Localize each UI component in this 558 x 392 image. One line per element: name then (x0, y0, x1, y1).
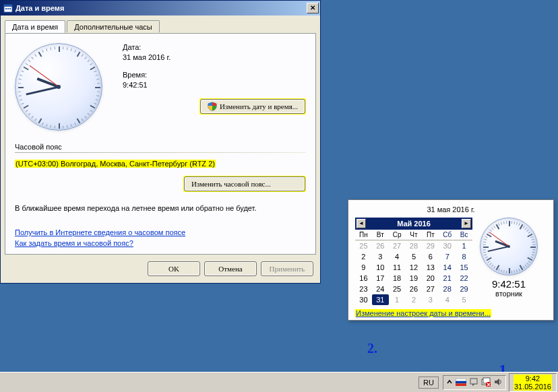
current-timezone: (UTC+03:00) Волгоград, Москва, Санкт-Пет… (15, 160, 216, 168)
highlight-change-settings: Изменение настроек даты и времени... (355, 309, 491, 317)
tab-datetime[interactable]: Дата и время (5, 20, 65, 33)
calendar-day[interactable]: 4 (389, 251, 406, 262)
annotation-2: 2. (367, 341, 377, 356)
calendar-day-today[interactable]: 31 (372, 294, 389, 305)
calendar-weekday: Сб (439, 230, 456, 240)
popup-clock-panel: 9:42:51 вторник (479, 218, 538, 298)
calendar-day[interactable]: 14 (439, 262, 456, 273)
change-timezone-button[interactable]: Изменить часовой пояс... (184, 176, 305, 191)
link-tz-online-info[interactable]: Получить в Интернете сведения о часовом … (15, 228, 185, 236)
tray-clock-popup: 31 мая 2016 г. ◄ Май 2016 ► ПнВтСрЧтПтСб… (348, 199, 554, 321)
popup-weekday: вторник (479, 290, 538, 298)
titlebar[interactable]: Дата и время ✕ (1, 1, 320, 15)
calendar-day[interactable]: 16 (355, 273, 372, 284)
svg-rect-8 (470, 379, 477, 384)
highlight-change-tz: Изменить часовой пояс... (183, 176, 306, 192)
calendar-day[interactable]: 26 (372, 240, 389, 251)
calendar: ◄ Май 2016 ► ПнВтСрЧтПтСбВс2526272829301… (355, 218, 472, 305)
calendar-day[interactable]: 27 (389, 240, 406, 251)
ok-button[interactable]: OK (148, 261, 200, 276)
language-indicator[interactable]: RU (418, 377, 439, 389)
calendar-month-title: Май 2016 (397, 220, 431, 228)
calendar-day[interactable]: 3 (422, 294, 439, 305)
close-button[interactable]: ✕ (307, 3, 319, 13)
svg-rect-6 (456, 381, 466, 384)
apply-button[interactable]: Применить (261, 261, 313, 276)
calendar-day[interactable]: 29 (422, 240, 439, 251)
analog-clock (15, 43, 102, 131)
calendar-day[interactable]: 21 (439, 273, 456, 284)
calendar-day[interactable]: 23 (355, 284, 372, 294)
cancel-button[interactable]: Отмена (204, 261, 257, 276)
tab-extra-clocks[interactable]: Дополнительные часы (67, 20, 159, 32)
calendar-day[interactable]: 28 (439, 284, 456, 294)
calendar-day[interactable]: 2 (355, 251, 372, 262)
calendar-day[interactable]: 24 (372, 284, 389, 294)
calendar-day[interactable]: 5 (456, 294, 472, 305)
popup-time: 9:42:51 (479, 278, 538, 290)
time-label: Время: (123, 71, 306, 79)
svg-rect-4 (9, 8, 11, 9)
calendar-day[interactable]: 30 (439, 240, 456, 251)
calendar-day[interactable]: 30 (355, 294, 372, 305)
calendar-day[interactable]: 2 (406, 294, 423, 305)
calendar-day[interactable]: 26 (406, 284, 423, 294)
calendar-day[interactable]: 7 (439, 251, 456, 262)
calendar-grid[interactable]: ПнВтСрЧтПтСбВс25262728293012345678910111… (355, 230, 472, 305)
dialog-buttons: OK Отмена Применить (1, 255, 320, 283)
svg-rect-3 (7, 8, 9, 9)
calendar-day[interactable]: 13 (422, 262, 439, 273)
link-change-datetime-settings[interactable]: Изменение настроек даты и времени... (356, 309, 491, 317)
tab-body: Дата: 31 мая 2016 г. Время: 9:42:51 Изме… (5, 33, 316, 255)
calendar-weekday: Вт (372, 230, 389, 240)
link-howto-set[interactable]: Как задать время и часовой пояс? (15, 239, 133, 247)
svg-rect-1 (4, 5, 12, 7)
calendar-day[interactable]: 11 (389, 262, 406, 273)
calendar-day[interactable]: 8 (456, 251, 472, 262)
prev-month-button[interactable]: ◄ (356, 219, 366, 228)
calendar-day[interactable]: 25 (355, 240, 372, 251)
calendar-day[interactable]: 6 (422, 251, 439, 262)
calendar-day[interactable]: 3 (372, 251, 389, 262)
date-value: 31 мая 2016 г. (123, 53, 306, 61)
tz-group-label: Часовой пояс (15, 143, 306, 151)
calendar-day[interactable]: 20 (422, 273, 439, 284)
svg-rect-2 (5, 8, 7, 9)
calendar-day[interactable]: 19 (406, 273, 423, 284)
calendar-day[interactable]: 5 (406, 251, 423, 262)
datetime-dialog: Дата и время ✕ Дата и время Дополнительн… (0, 0, 321, 284)
action-center-icon[interactable] (469, 377, 478, 388)
highlight-change-dt: Изменить дату и время... (199, 98, 306, 115)
calendar-day[interactable]: 29 (456, 284, 472, 294)
calendar-weekday: Чт (406, 230, 423, 240)
change-datetime-button[interactable]: Изменить дату и время... (200, 99, 305, 114)
calendar-day[interactable]: 4 (439, 294, 456, 305)
change-datetime-label: Изменить дату и время... (220, 102, 298, 110)
tabs: Дата и время Дополнительные часы (5, 20, 316, 33)
network-error-icon[interactable] (481, 377, 491, 388)
tray-chevron-icon[interactable] (446, 379, 453, 387)
divider (15, 152, 306, 153)
calendar-day[interactable]: 27 (422, 284, 439, 294)
calendar-icon (3, 3, 13, 13)
calendar-day[interactable]: 17 (372, 273, 389, 284)
next-month-button[interactable]: ► (462, 219, 471, 228)
calendar-day[interactable]: 12 (406, 262, 423, 273)
calendar-day[interactable]: 1 (389, 294, 406, 305)
dialog-title: Дата и время (16, 4, 307, 12)
calendar-day[interactable]: 10 (372, 262, 389, 273)
shield-icon (208, 102, 217, 111)
calendar-day[interactable]: 9 (355, 262, 372, 273)
volume-icon[interactable] (493, 377, 503, 388)
calendar-day[interactable]: 1 (456, 240, 472, 251)
calendar-weekday: Пт (422, 230, 439, 240)
calendar-day[interactable]: 25 (389, 284, 406, 294)
popup-date: 31 мая 2016 г. (355, 205, 547, 214)
calendar-day[interactable]: 15 (456, 262, 472, 273)
flag-icon[interactable] (456, 379, 466, 386)
calendar-day[interactable]: 18 (389, 273, 406, 284)
calendar-day[interactable]: 22 (456, 273, 472, 284)
svg-rect-7 (456, 383, 466, 386)
calendar-day[interactable]: 28 (406, 240, 423, 251)
tray-clock[interactable]: 9:42 31.05.2016 (509, 373, 557, 392)
